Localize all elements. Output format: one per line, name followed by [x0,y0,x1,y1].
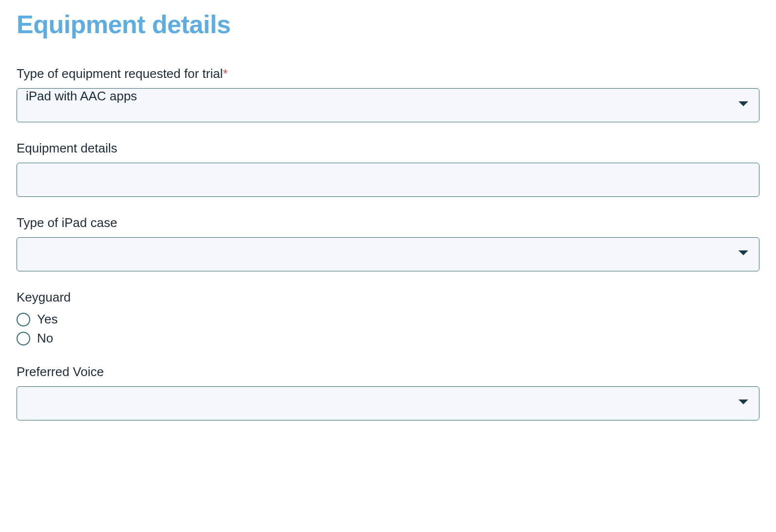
keyguard-yes-option[interactable]: Yes [17,312,759,327]
equipment-details-input[interactable] [17,163,759,197]
required-mark: * [223,66,227,81]
equipment-type-group: Type of equipment requested for trial* i… [17,66,759,122]
equipment-details-group: Equipment details [17,141,759,197]
equipment-type-select[interactable]: iPad with AAC apps [17,88,759,122]
keyguard-group: Keyguard Yes No [17,290,759,346]
keyguard-no-option[interactable]: No [17,331,759,346]
page-title: Equipment details [17,10,759,39]
keyguard-label: Keyguard [17,290,759,305]
preferred-voice-label: Preferred Voice [17,364,759,380]
ipad-case-select-wrapper [17,237,759,271]
keyguard-radio-group: Yes No [17,312,759,346]
ipad-case-group: Type of iPad case [17,215,759,271]
preferred-voice-group: Preferred Voice [17,364,759,420]
radio-icon [17,313,30,326]
keyguard-yes-label: Yes [37,312,57,327]
ipad-case-label: Type of iPad case [17,215,759,230]
equipment-details-label: Equipment details [17,141,759,156]
preferred-voice-select[interactable] [17,386,759,420]
preferred-voice-select-wrapper [17,386,759,420]
radio-icon [17,332,30,345]
equipment-type-label: Type of equipment requested for trial* [17,66,759,81]
keyguard-no-label: No [37,331,53,346]
equipment-type-select-wrapper: iPad with AAC apps [17,88,759,122]
equipment-type-label-text: Type of equipment requested for trial [17,66,223,81]
ipad-case-select[interactable] [17,237,759,271]
